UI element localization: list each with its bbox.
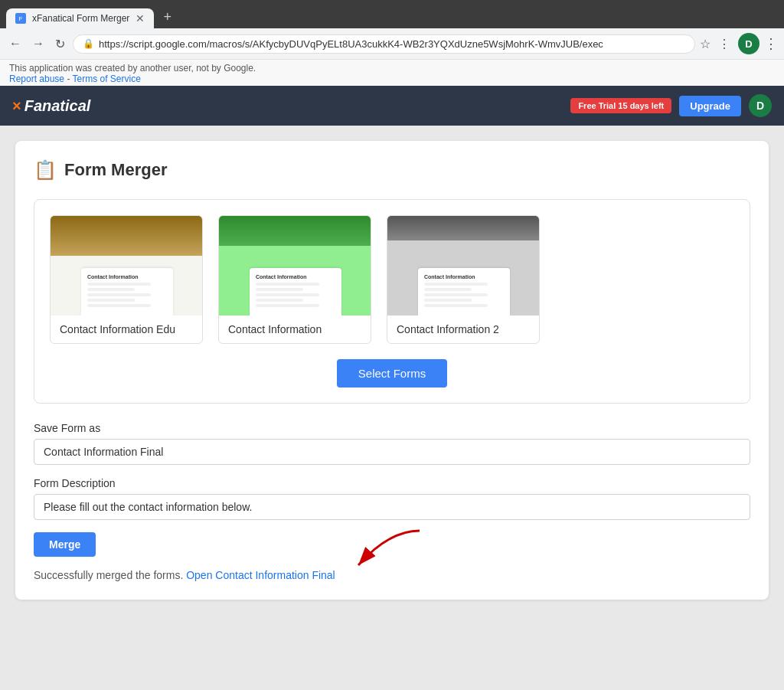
select-forms-button[interactable]: Select Forms: [337, 359, 447, 388]
form-label-1: Contact Information Edu: [51, 316, 202, 343]
chrome-menu-button[interactable]: ⋮: [764, 35, 778, 52]
tab-close-button[interactable]: ✕: [136, 13, 145, 24]
description-label: Form Description: [34, 477, 750, 489]
success-text: Successfully merged the forms.: [34, 569, 183, 581]
form-label-2: Contact Information: [219, 316, 371, 343]
new-tab-button[interactable]: +: [157, 6, 178, 28]
merge-button[interactable]: Merge: [34, 532, 96, 557]
report-abuse-link[interactable]: Report abuse: [9, 74, 64, 84]
forms-grid: Contact Information Contact Information …: [50, 215, 734, 344]
main-content: 📋 Form Merger Contact Information: [0, 126, 784, 690]
arrow-container: Successfully merged the forms. Open Cont…: [34, 569, 335, 581]
logo-x: ×: [12, 97, 21, 115]
browser-toolbar: ← → ↻ 🔒 https://script.google.com/macros…: [0, 28, 784, 59]
save-label: Save Form as: [34, 422, 750, 434]
url-text: https://script.google.com/macros/s/AKfyc…: [99, 38, 685, 50]
forward-button[interactable]: →: [29, 34, 47, 54]
info-text: This application was created by another …: [9, 63, 256, 74]
address-bar[interactable]: 🔒 https://script.google.com/macros/s/AKf…: [73, 34, 695, 54]
header-right: Free Trial 15 days left Upgrade D: [570, 94, 772, 117]
form-card-3[interactable]: Contact Information Contact Information …: [387, 215, 540, 344]
page-title: 📋 Form Merger: [34, 159, 750, 181]
save-form-section: Save Form as: [34, 422, 750, 477]
app-header: ×Fanatical Free Trial 15 days left Upgra…: [0, 86, 784, 126]
form-thumbnail-3: Contact Information: [387, 216, 540, 316]
form-card-2[interactable]: Contact Information Contact Information: [218, 215, 371, 344]
success-message: Successfully merged the forms. Open Cont…: [34, 569, 750, 581]
profile-button[interactable]: D: [738, 33, 760, 54]
extensions-button[interactable]: ⋮: [715, 34, 733, 54]
lock-icon: 🔒: [83, 38, 94, 49]
thumb-form-3: Contact Information: [418, 268, 510, 316]
tab-favicon: F: [15, 13, 26, 24]
tab-bar: F xFanatical Form Merger ✕ +: [6, 6, 778, 28]
annotation-arrow: [328, 523, 427, 577]
app-logo: ×Fanatical: [12, 97, 90, 115]
form-label-3: Contact Information 2: [387, 316, 539, 343]
form-merger-icon: 📋: [34, 159, 57, 181]
terms-link[interactable]: Terms of Service: [73, 74, 141, 84]
refresh-button[interactable]: ↻: [52, 34, 68, 54]
free-trial-badge: Free Trial 15 days left: [570, 98, 671, 113]
save-form-input[interactable]: [34, 439, 750, 465]
description-input[interactable]: [34, 494, 750, 520]
user-avatar[interactable]: D: [749, 94, 772, 117]
thumb-form-2: Contact Information: [250, 268, 341, 316]
logo-name: Fanatical: [24, 97, 91, 115]
upgrade-button[interactable]: Upgrade: [679, 96, 741, 116]
active-tab[interactable]: F xFanatical Form Merger ✕: [6, 8, 154, 28]
form-thumbnail-1: Contact Information: [51, 216, 203, 316]
form-card-1[interactable]: Contact Information Contact Information …: [50, 215, 203, 344]
tab-title: xFanatical Form Merger: [32, 13, 129, 24]
open-form-link[interactable]: Open Contact Information Final: [186, 569, 335, 581]
app-card: 📋 Form Merger Contact Information: [15, 141, 769, 600]
back-button[interactable]: ←: [6, 34, 24, 54]
bookmark-button[interactable]: ☆: [700, 37, 710, 51]
thumb-form-1: Contact Information: [81, 268, 173, 316]
forms-container: Contact Information Contact Information …: [34, 199, 750, 404]
info-bar: This application was created by another …: [0, 59, 784, 86]
form-thumbnail-2: Contact Information: [219, 216, 371, 316]
browser-chrome: F xFanatical Form Merger ✕ +: [0, 0, 784, 28]
